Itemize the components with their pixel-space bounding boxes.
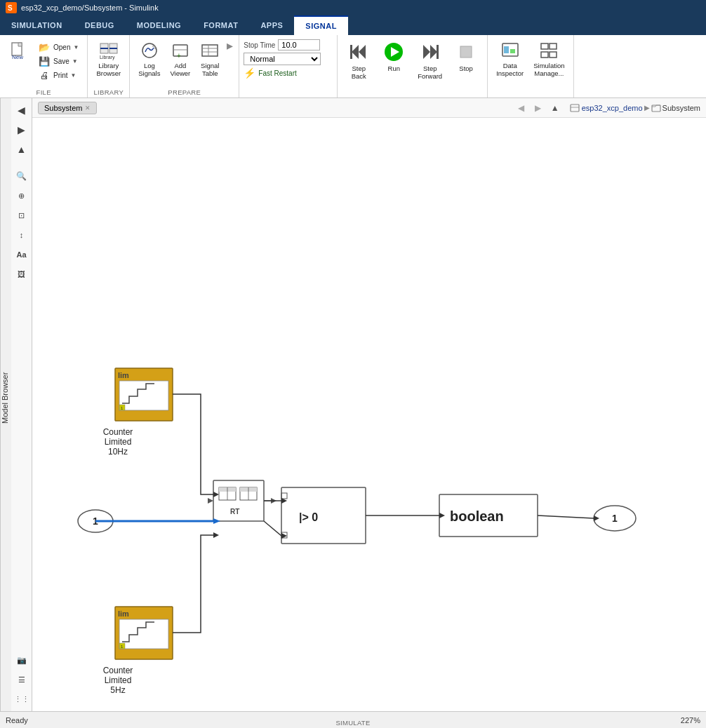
subsystem-tab[interactable]: Subsystem ✕ [38, 102, 97, 114]
simulate-label-bottom: SIMULATE [0, 717, 706, 727]
new-button[interactable]: New [4, 38, 32, 63]
breadcrumb-current: Subsystem [662, 104, 700, 112]
svg-rect-7 [109, 48, 117, 49]
simulink-icon: S [6, 2, 17, 13]
svg-rect-13 [202, 45, 218, 56]
simulation-manager-label: SimulationManage... [533, 62, 564, 78]
up-btn[interactable]: ▲ [547, 100, 563, 116]
svg-point-9 [142, 43, 156, 58]
add-viewer-button[interactable]: + AddViewer [166, 38, 194, 81]
library-browser-button[interactable]: Library LibraryBrowser [92, 38, 125, 81]
svg-text:Library: Library [100, 55, 115, 60]
run-label: Run [388, 65, 400, 72]
inspector-group-content: DataInspector SimulationManage... [492, 38, 568, 96]
wire-5hz-rt [173, 535, 213, 633]
log-signals-icon [140, 41, 159, 60]
data-inspector-label: DataInspector [496, 62, 524, 78]
breadcrumb-arrow: ▶ [644, 104, 650, 112]
print-label: Print [53, 72, 68, 79]
breadcrumb-root[interactable]: esp32_xcp_demo [570, 103, 643, 113]
compare-block[interactable]: |> 0 [281, 487, 366, 544]
counter-10hz-label: Counter [103, 427, 133, 437]
tab-close[interactable]: ✕ [85, 105, 91, 112]
prepare-more-button[interactable]: ▸ [227, 38, 233, 53]
step-back-label: StepBack [352, 65, 366, 80]
svg-rect-32 [541, 52, 548, 58]
signal-table-button[interactable]: SignalTable [196, 38, 224, 81]
stop-button[interactable]: Stop [449, 38, 483, 75]
stop-time-row: Stop Time [244, 39, 333, 50]
text-tool-btn[interactable]: Aa [13, 245, 31, 264]
back-btn[interactable]: ◀ [514, 100, 529, 116]
model-browser-label: Model Browser [1, 372, 9, 423]
nav-forward-btn[interactable]: ▶ [13, 121, 31, 139]
stop-time-input[interactable] [278, 39, 320, 50]
simulate-buttons-content: StepBack Run [342, 38, 483, 96]
prepare-group-content: LogSignals + AddViewer [134, 38, 234, 87]
simulation-manager-button[interactable]: SimulationManage... [529, 38, 568, 81]
more-btn[interactable]: ⋮⋮ [13, 690, 31, 708]
library-group: Library LibraryBrowser LIBRARY [88, 35, 130, 97]
counter-10hz-label2: Limited [105, 437, 132, 447]
nav-back-btn[interactable]: ◀ [13, 101, 31, 119]
tab-debug[interactable]: DEBUG [74, 15, 126, 35]
select-tool-btn[interactable]: ⊕ [13, 187, 31, 205]
tab-signal[interactable]: SIGNAL [294, 15, 348, 35]
step-forward-button[interactable]: StepForward [412, 38, 448, 83]
svg-rect-44 [119, 619, 168, 649]
open-button[interactable]: 📂 Open ▼ [34, 41, 83, 54]
nav-up-btn[interactable]: ▲ [13, 140, 31, 159]
library-browser-label: LibraryBrowser [96, 62, 121, 78]
breadcrumb-folder[interactable] [651, 103, 661, 113]
svg-rect-6 [100, 48, 108, 49]
counter-5hz-label3: 5Hz [110, 685, 125, 695]
print-button[interactable]: 🖨 Print ▼ [34, 69, 83, 82]
svg-text:S: S [8, 4, 13, 12]
output-port-1[interactable]: 1 [594, 506, 636, 531]
step-back-button[interactable]: StepBack [342, 38, 375, 83]
forward-btn[interactable]: ▶ [531, 100, 546, 116]
log-signals-label: LogSignals [138, 62, 160, 78]
fast-restart-row: ⚡ Fast Restart [244, 67, 333, 79]
camera-btn[interactable]: 📷 [13, 651, 31, 669]
image-tool-btn[interactable]: 🖼 [13, 265, 31, 283]
tab-modeling[interactable]: MODELING [126, 15, 192, 35]
save-button[interactable]: 💾 Save ▼ [34, 55, 83, 68]
list-btn[interactable]: ☰ [13, 670, 31, 689]
canvas-area[interactable]: Subsystem ✕ ◀ ▶ ▲ esp32_xcp_demo ▶ [32, 98, 706, 711]
step-forward-label: StepForward [418, 65, 442, 80]
tab-simulation[interactable]: SIMULATION [0, 15, 74, 35]
run-icon [382, 41, 405, 63]
diagram-svg: lim 1 Counter Limited 10Hz lim 1 [32, 118, 706, 711]
log-signals-button[interactable]: LogSignals [134, 38, 164, 81]
stop-label: Stop [459, 65, 473, 72]
open-arrow: ▼ [73, 44, 79, 50]
svg-marker-22 [430, 45, 437, 59]
mode-select[interactable]: Normal Accelerator Rapid Accelerator [244, 53, 321, 65]
counter-10hz-block[interactable]: lim 1 [115, 368, 173, 421]
counter-5hz-label: Counter [103, 666, 133, 675]
svg-rect-25 [460, 46, 472, 58]
zoom-tool-btn[interactable]: 🔍 [13, 167, 31, 185]
counter-10hz-label3: 10Hz [108, 447, 128, 457]
model-browser-tab[interactable]: Model Browser [0, 98, 11, 711]
window-title: esp32_xcp_demo/Subsystem - Simulink [21, 4, 159, 12]
tab-format[interactable]: FORMAT [192, 15, 249, 35]
tab-apps[interactable]: APPS [249, 15, 294, 35]
open-label: Open [53, 43, 70, 51]
boolean-block[interactable]: boolean [439, 494, 538, 537]
counter-5hz-block[interactable]: lim 1 [115, 607, 173, 659]
print-arrow: ▼ [71, 72, 76, 79]
stop-icon [455, 41, 477, 63]
new-icon: New [8, 41, 28, 60]
file-btn-stack: 📂 Open ▼ 💾 Save ▼ 🖨 Print ▼ [34, 38, 83, 82]
run-button[interactable]: Run [377, 38, 411, 75]
svg-text:1: 1 [612, 513, 618, 524]
pan-tool-btn[interactable]: ⊡ [13, 206, 31, 224]
fit-tool-btn[interactable]: ↕ [13, 226, 31, 244]
subsystem-tab-label: Subsystem [44, 104, 82, 112]
add-viewer-icon: + [171, 41, 190, 60]
mode-row: Normal Accelerator Rapid Accelerator [244, 53, 333, 65]
save-icon: 💾 [38, 56, 51, 67]
data-inspector-button[interactable]: DataInspector [492, 38, 528, 81]
